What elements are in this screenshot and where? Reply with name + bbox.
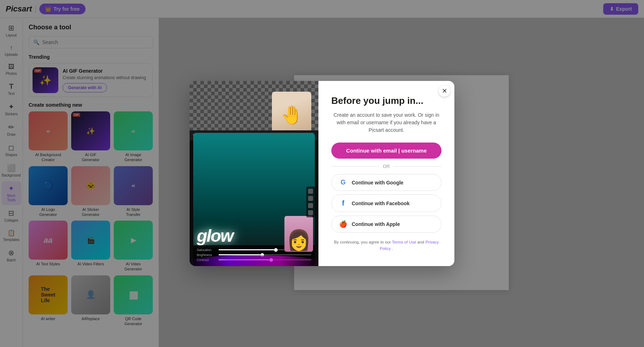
toolbar-dot-2 (308, 196, 313, 201)
phone-mockup: glow Soothe. Soften. Moisturize. Saturat… (193, 133, 315, 266)
continue-facebook-button[interactable]: f Continue with Facebook (331, 194, 441, 212)
facebook-icon: f (339, 199, 347, 207)
modal-close-button[interactable]: ✕ (439, 85, 450, 97)
toolbar-dot-3 (308, 203, 313, 208)
or-line-left (331, 166, 379, 167)
google-label: Continue with Google (352, 180, 404, 185)
modal-collage: 🤚 ✎ Edit ⚙ Adjust ✦ Filters ⊖ RemoveBG ≈… (190, 81, 318, 266)
modal-right: Before you jump in... Create an account … (318, 81, 454, 266)
google-icon: G (339, 179, 347, 186)
continue-apple-button[interactable]: 🍎 Continue with Apple (331, 216, 441, 233)
modal-title: Before you jump in... (331, 95, 423, 106)
toolbar-dot-4 (308, 210, 313, 215)
continue-google-button[interactable]: G Continue with Google (331, 174, 441, 191)
modal-overlay[interactable]: 🤚 ✎ Edit ⚙ Adjust ✦ Filters ⊖ RemoveBG ≈… (0, 0, 644, 347)
face-photo: 👩 (284, 216, 313, 252)
toolbar-dot-1 (308, 189, 313, 194)
modal-left-image: 🤚 ✎ Edit ⚙ Adjust ✦ Filters ⊖ RemoveBG ≈… (190, 81, 318, 266)
saturation-label: Saturation (197, 248, 216, 252)
facebook-label: Continue with Facebook (352, 201, 410, 206)
or-divider: OR (331, 164, 441, 169)
apple-label: Continue with Apple (352, 221, 400, 227)
terms-link[interactable]: Terms of Use (392, 240, 416, 244)
legal-text: By continuing, you agree to our Terms of… (331, 239, 441, 252)
continue-email-button[interactable]: Continue with email | username (331, 143, 441, 159)
modal-subtitle: Create an account to save your work. Or … (331, 111, 441, 134)
auth-modal: 🤚 ✎ Edit ⚙ Adjust ✦ Filters ⊖ RemoveBG ≈… (190, 81, 454, 266)
saturation-fill (219, 249, 274, 250)
apple-icon: 🍎 (339, 220, 347, 228)
glow-text: glow (197, 227, 233, 245)
or-line-right (394, 166, 441, 167)
toolbar-mini (306, 187, 315, 217)
brush-stroke (190, 255, 318, 266)
saturation-thumb[interactable] (274, 248, 278, 252)
or-text: OR (383, 164, 390, 169)
